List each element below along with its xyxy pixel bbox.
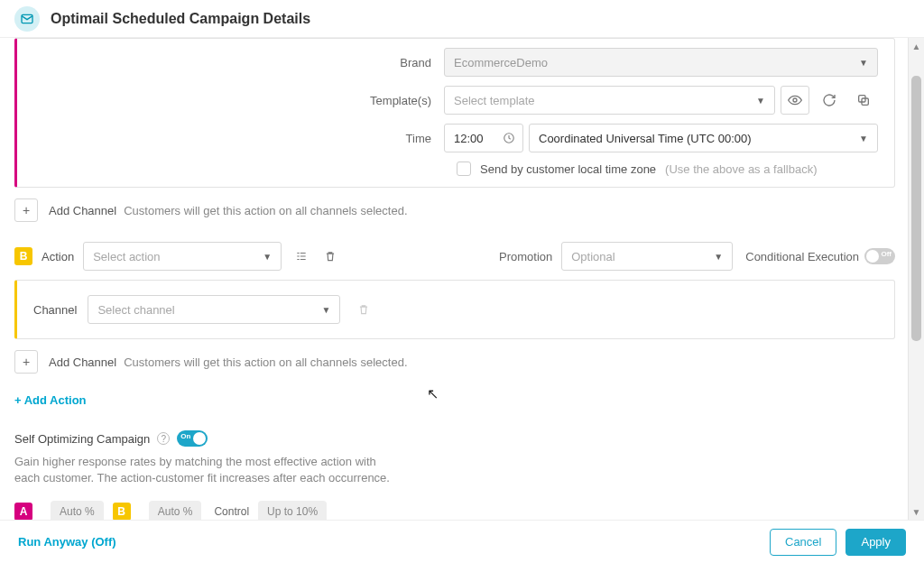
main-content: Brand EcommerceDemo ▼ Template(s) Select…: [0, 38, 906, 520]
add-channel-hint-b: Customers will get this action on all ch…: [124, 355, 407, 369]
dialog-footer: Run Anyway (Off) Cancel Apply: [0, 520, 924, 563]
self-optimizing-label: Self Optimizing Campaign: [14, 432, 150, 446]
alloc-a-pct[interactable]: Auto %: [51, 501, 104, 520]
scroll-down-icon[interactable]: ▼: [909, 503, 924, 520]
templates-select[interactable]: Select template ▼: [444, 86, 775, 115]
brand-value: EcommerceDemo: [454, 56, 548, 69]
preview-icon[interactable]: [781, 86, 809, 115]
scrollbar[interactable]: ▲ ▼: [908, 38, 924, 520]
toggle-state-text: Off: [881, 250, 892, 258]
dialog-header: Optimail Scheduled Campaign Details: [0, 0, 924, 38]
chevron-down-icon: ▼: [263, 252, 272, 262]
time-value: 12:00: [454, 132, 484, 145]
time-label: Time: [33, 132, 444, 145]
refresh-icon[interactable]: [815, 86, 844, 115]
action-b-badge: B: [14, 247, 32, 265]
chevron-down-icon: ▼: [322, 305, 331, 315]
promotion-select[interactable]: Optional ▼: [561, 242, 733, 271]
timezone-value: Coordinated Universal Time (UTC 00:00): [539, 132, 752, 145]
channel-select[interactable]: Select channel ▼: [88, 295, 340, 324]
action-label: Action: [42, 250, 74, 263]
templates-placeholder: Select template: [454, 94, 535, 107]
local-tz-hint: (Use the above as a fallback): [665, 162, 817, 176]
action-select-placeholder: Select action: [93, 250, 160, 263]
local-tz-checkbox[interactable]: [457, 162, 471, 176]
page-title: Optimail Scheduled Campaign Details: [51, 11, 310, 27]
local-tz-label: Send by customer local time zone: [480, 162, 656, 176]
chevron-down-icon: ▼: [859, 58, 868, 68]
add-channel-hint: Customers will get this action on all ch…: [124, 204, 407, 217]
run-anyway-link[interactable]: Run Anyway (Off): [18, 535, 116, 549]
svg-point-1: [793, 98, 797, 102]
action-a-channel-block: Brand EcommerceDemo ▼ Template(s) Select…: [14, 38, 895, 188]
email-icon: [14, 6, 40, 32]
time-input[interactable]: 12:00: [444, 124, 523, 152]
delete-action-icon[interactable]: [316, 242, 345, 271]
clock-icon: [503, 132, 515, 144]
delete-channel-icon[interactable]: [349, 295, 378, 324]
promotion-placeholder: Optional: [571, 250, 614, 263]
brand-select[interactable]: EcommerceDemo ▼: [444, 48, 878, 77]
alloc-b-pct[interactable]: Auto %: [149, 501, 202, 520]
conditional-execution-toggle[interactable]: Off: [864, 248, 895, 264]
channel-label: Channel: [33, 303, 77, 317]
templates-label: Template(s): [33, 94, 444, 107]
action-select[interactable]: Select action ▼: [83, 242, 282, 271]
scroll-up-icon[interactable]: ▲: [909, 38, 924, 54]
add-channel-label-b: Add Channel: [49, 355, 116, 369]
chevron-down-icon: ▼: [859, 134, 868, 143]
add-action-link[interactable]: + Add Action: [14, 393, 87, 407]
control-pct[interactable]: Up to 10%: [258, 501, 327, 520]
add-channel-button[interactable]: +: [14, 198, 38, 222]
timezone-select[interactable]: Coordinated Universal Time (UTC 00:00) ▼: [529, 124, 878, 152]
apply-button[interactable]: Apply: [845, 529, 906, 556]
add-channel-button-b[interactable]: +: [14, 350, 38, 374]
self-optimizing-description: Gain higher response rates by matching t…: [14, 454, 393, 486]
channel-placeholder: Select channel: [97, 303, 174, 317]
chevron-down-icon: ▼: [756, 96, 765, 106]
alloc-b-badge: B: [113, 503, 131, 520]
self-optimizing-toggle[interactable]: On: [177, 430, 208, 447]
tree-icon[interactable]: [287, 242, 316, 271]
action-b-channel-block: Channel Select channel ▼: [14, 280, 895, 339]
brand-label: Brand: [33, 56, 444, 69]
add-channel-label: Add Channel: [49, 204, 116, 217]
conditional-execution-label: Conditional Execution: [745, 250, 859, 263]
chevron-down-icon: ▼: [714, 252, 723, 262]
help-icon[interactable]: ?: [157, 432, 170, 445]
control-label: Control: [214, 505, 249, 518]
action-b-header: B Action Select action ▼ Promotion Optio…: [14, 242, 895, 271]
copy-icon[interactable]: [849, 86, 878, 115]
cancel-button[interactable]: Cancel: [770, 529, 836, 556]
allocation-row: A Auto % B Auto % Control Up to 10%: [14, 501, 895, 520]
toggle-state-text: On: [180, 432, 190, 440]
alloc-a-badge: A: [14, 503, 32, 520]
promotion-label: Promotion: [499, 250, 552, 263]
scroll-thumb[interactable]: [911, 76, 921, 341]
